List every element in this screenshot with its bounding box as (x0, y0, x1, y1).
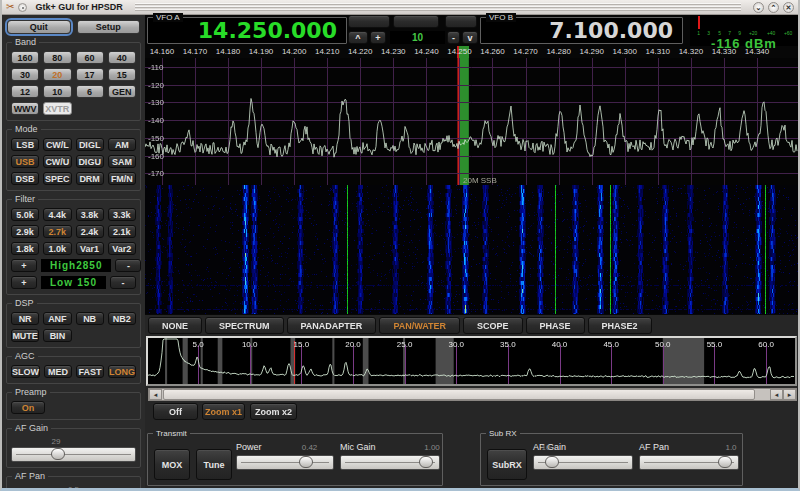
step-plus-button[interactable]: + (370, 31, 386, 44)
display-tab-spectrum[interactable]: SPECTRUM (205, 317, 284, 334)
display-tab-phase2[interactable]: PHASE2 (588, 317, 652, 334)
scroll-back-button[interactable]: ◂ (770, 389, 783, 400)
filter-button-33k[interactable]: 3.3k (108, 208, 136, 221)
band-button-wwv[interactable]: WWV (11, 102, 39, 115)
mic-gain-slider-knob[interactable] (419, 456, 433, 468)
band-button-xvtr[interactable]: XVTR (43, 102, 71, 115)
mode-button-digu[interactable]: DIGU (76, 155, 104, 168)
filter-button-24k[interactable]: 2.4k (76, 225, 104, 238)
setup-button[interactable]: Setup (77, 20, 141, 34)
bandscope-scrollbar[interactable]: ◂ ◂ ▸ (148, 388, 797, 401)
preamp-on-button[interactable]: On (11, 401, 45, 414)
display-tab-none[interactable]: NONE (148, 317, 202, 334)
filter-button-10k[interactable]: 1.0k (43, 242, 71, 255)
vfo-a-to-b-button[interactable] (348, 15, 390, 28)
band-button-12[interactable]: 12 (11, 85, 39, 98)
band-button-160[interactable]: 160 (11, 51, 39, 64)
freq-tick-14.320: 14.320 (675, 47, 707, 56)
scrollbar-track[interactable] (162, 389, 770, 400)
display-tab-panadapter[interactable]: PANADAPTER (287, 317, 377, 334)
mode-button-sam[interactable]: SAM (108, 155, 136, 168)
mode-button-cwl[interactable]: CW/L (43, 138, 71, 151)
band-button-15[interactable]: 15 (108, 68, 136, 81)
dsp-button-anf[interactable]: ANF (43, 312, 71, 325)
mox-button[interactable]: MOX (154, 449, 190, 480)
mode-button-lsb[interactable]: LSB (11, 138, 39, 151)
agc-button-slow[interactable]: SLOW (11, 365, 40, 378)
filter-button-var1[interactable]: Var1 (76, 242, 104, 255)
filter-low-increase-button[interactable]: + (11, 276, 37, 289)
zoom-button-zoomx2[interactable]: Zoom x2 (250, 403, 297, 420)
vfo-b-frequency[interactable]: 7.100.000 (549, 20, 673, 42)
mode-button-spec[interactable]: SPEC (43, 172, 71, 185)
band-button-40[interactable]: 40 (108, 51, 136, 64)
dsp-button-nr[interactable]: NR (11, 312, 39, 325)
filter-high-increase-button[interactable]: + (11, 259, 37, 272)
power-slider[interactable] (236, 455, 334, 470)
display-tab-phase[interactable]: PHASE (526, 317, 585, 334)
dsp-button-nb2[interactable]: NB2 (108, 312, 136, 325)
band-button-6[interactable]: 6 (76, 85, 104, 98)
filter-high-decrease-button[interactable]: - (115, 259, 141, 272)
zoom-button-off[interactable]: Off (153, 403, 198, 420)
agc-button-long[interactable]: LONG (108, 365, 136, 378)
filter-button-18k[interactable]: 1.8k (11, 242, 39, 255)
scroll-left-button[interactable]: ◂ (149, 389, 162, 400)
mode-button-fmn[interactable]: FM/N (108, 172, 136, 185)
af-gain-slider-knob[interactable] (51, 448, 65, 460)
step-minus-button[interactable]: - (447, 31, 460, 44)
step-down-button[interactable]: v (462, 31, 478, 44)
mode-button-digl[interactable]: DIGL (76, 138, 104, 151)
subrx-af-pan-slider[interactable] (639, 455, 739, 470)
tune-button[interactable]: Tune (196, 449, 232, 480)
filter-button-50k[interactable]: 5.0k (11, 208, 39, 221)
filter-button-29k[interactable]: 2.9k (11, 225, 39, 238)
dsp-button-mute[interactable]: MUTE (11, 329, 39, 342)
band-button-30[interactable]: 30 (11, 68, 39, 81)
vfo-a-swap-b-button[interactable] (393, 15, 439, 28)
dsp-button-nb[interactable]: NB (76, 312, 104, 325)
agc-button-med[interactable]: MED (44, 365, 72, 378)
waterfall-display[interactable] (145, 185, 798, 314)
zoom-button-zoomx1[interactable]: Zoom x1 (202, 403, 245, 420)
quit-button[interactable]: Quit (7, 20, 71, 34)
power-slider-knob[interactable] (299, 456, 313, 468)
filter-low-decrease-button[interactable]: - (110, 276, 136, 289)
agc-button-fast[interactable]: FAST (76, 365, 104, 378)
scrollbar-thumb[interactable] (163, 389, 755, 400)
spectrum-display[interactable] (145, 58, 798, 185)
maximize-window-button[interactable]: ⌃ (768, 2, 779, 13)
band-button-gen[interactable]: GEN (108, 85, 136, 98)
mic-gain-slider[interactable] (340, 455, 440, 470)
display-tab-scope[interactable]: SCOPE (463, 317, 523, 334)
close-window-button[interactable]: ✕ (783, 2, 794, 13)
filter-button-var2[interactable]: Var2 (108, 242, 136, 255)
mode-button-cwu[interactable]: CW/U (43, 155, 71, 168)
dsp-button-bin[interactable]: BIN (43, 329, 71, 342)
band-button-10[interactable]: 10 (43, 85, 71, 98)
filter-button-44k[interactable]: 4.4k (43, 208, 71, 221)
step-up-button[interactable]: ^ (348, 31, 368, 44)
band-button-60[interactable]: 60 (76, 51, 104, 64)
subrx-af-pan-slider-knob[interactable] (718, 456, 732, 468)
mode-button-usb[interactable]: USB (11, 155, 39, 168)
scroll-right-button[interactable]: ▸ (783, 389, 796, 400)
af-gain-slider[interactable] (11, 447, 136, 462)
shade-window-button[interactable]: ⌄ (753, 2, 764, 13)
display-tab-panwater[interactable]: PAN/WATER (379, 317, 460, 334)
mode-button-am[interactable]: AM (108, 138, 136, 151)
mode-button-drm[interactable]: DRM (76, 172, 104, 185)
band-button-80[interactable]: 80 (43, 51, 71, 64)
filter-button-38k[interactable]: 3.8k (76, 208, 104, 221)
filter-button-27k[interactable]: 2.7k (43, 225, 71, 238)
vfo-a-frequency[interactable]: 14.250.000 (198, 20, 337, 42)
window-menu-button[interactable] (18, 3, 27, 12)
filter-button-21k[interactable]: 2.1k (108, 225, 136, 238)
subrx-af-gain-slider[interactable] (533, 455, 633, 470)
mode-button-dsb[interactable]: DSB (11, 172, 39, 185)
band-button-20[interactable]: 20 (43, 68, 71, 81)
band-button-17[interactable]: 17 (76, 68, 104, 81)
subrx-af-gain-slider-knob[interactable] (545, 456, 559, 468)
subrx-button[interactable]: SubRX (487, 449, 527, 480)
vfo-a-less-b-button[interactable] (445, 15, 477, 28)
